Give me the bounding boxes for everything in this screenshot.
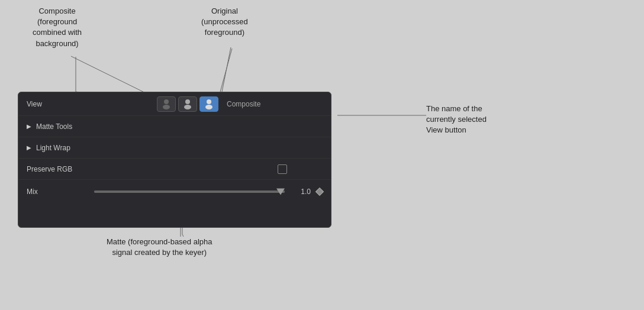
svg-point-12 <box>164 99 169 104</box>
svg-point-15 <box>184 105 191 109</box>
svg-point-13 <box>163 105 170 109</box>
keyer-panel: View C <box>18 92 331 228</box>
annotation-original: Original (unprocessed foreground) <box>201 6 248 38</box>
mix-value-display: 1.0 <box>293 188 311 196</box>
preserve-rgb-row: Preserve RGB <box>18 159 331 180</box>
matte-tools-arrow: ▶ <box>27 123 31 130</box>
mix-slider-fill <box>94 190 285 193</box>
matte-tools-row[interactable]: ▶ Matte Tools <box>18 116 331 137</box>
composite-name-label: Composite <box>227 100 260 108</box>
matte-person-icon <box>161 99 172 109</box>
annotation-matte: Matte (foreground-based alpha signal cre… <box>107 237 212 258</box>
preserve-rgb-checkbox[interactable] <box>278 164 287 174</box>
view-buttons-group: Composite <box>157 96 260 112</box>
annotation-composite: Composite (foreground combined with back… <box>33 6 82 49</box>
light-wrap-row[interactable]: ▶ Light Wrap <box>18 137 331 159</box>
mix-slider-thumb[interactable] <box>276 189 285 195</box>
preserve-rgb-checkbox-area[interactable] <box>278 164 287 174</box>
view-btn-original[interactable] <box>178 96 197 112</box>
mix-keyframe-button[interactable] <box>315 188 324 196</box>
composite-person-icon <box>204 99 214 109</box>
svg-line-8 <box>222 47 231 92</box>
original-person-icon <box>182 99 193 109</box>
view-label: View <box>27 100 86 108</box>
svg-point-16 <box>207 99 211 104</box>
view-btn-composite[interactable] <box>199 96 218 112</box>
preserve-rgb-label: Preserve RGB <box>27 165 86 173</box>
view-row: View C <box>18 92 331 116</box>
svg-point-14 <box>185 99 190 104</box>
svg-point-17 <box>205 105 212 109</box>
matte-tools-label: Matte Tools <box>36 122 72 131</box>
view-btn-matte[interactable] <box>157 96 176 112</box>
mix-label: Mix <box>27 188 86 196</box>
mix-slider-track[interactable] <box>94 190 285 193</box>
light-wrap-arrow: ▶ <box>27 144 31 151</box>
annotation-view-name: The name of the currently selected View … <box>426 104 487 136</box>
light-wrap-label: Light Wrap <box>36 144 70 152</box>
mix-row: Mix 1.0 <box>18 180 331 204</box>
